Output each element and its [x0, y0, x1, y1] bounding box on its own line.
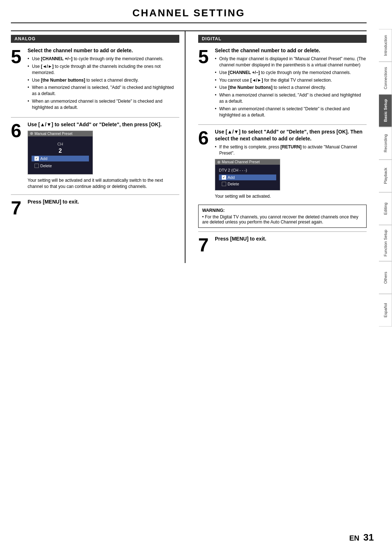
screen-icon	[30, 132, 33, 135]
digital-option-delete: Delete	[219, 181, 276, 187]
analog-step7: 7 Press [MENU] to exit.	[11, 198, 179, 217]
analog-bullet-4: When a memorized channel is selected, "A…	[28, 85, 179, 97]
tab-connections[interactable]: Connections	[379, 62, 392, 94]
analog-ch-label: CH	[57, 142, 63, 146]
analog-screen-title: Manual Channel Preset	[34, 132, 73, 136]
digital-option-add: ✓ Add	[219, 175, 276, 180]
tab-others[interactable]: Others	[379, 261, 392, 294]
digital-step7-number: 7	[198, 235, 212, 254]
en-label: EN	[349, 534, 359, 542]
digital-bullet-5: When a memorized channel is selected, "A…	[215, 92, 367, 104]
digital-step6-number: 6	[198, 128, 212, 147]
digital-screen-icon	[217, 161, 220, 164]
tab-basic-setup[interactable]: Basic Setup	[379, 94, 392, 127]
digital-bullet-3: You cannot use [◄/►] for the digital TV …	[215, 77, 367, 83]
analog-option-delete: Delete	[32, 163, 89, 169]
analog-step7-content: Press [MENU] to exit.	[28, 198, 179, 207]
analog-add-label: Add	[40, 156, 48, 161]
analog-step5-content: Select the channel number to add or dele…	[28, 47, 179, 112]
digital-bullet-2: Use [CHANNEL +/−] to cycle through only …	[215, 70, 367, 76]
analog-bullet-1: Use [CHANNEL +/−] to cycle through only …	[28, 56, 179, 62]
warning-title: WARNING:	[202, 208, 363, 213]
page-number: 31	[363, 532, 374, 543]
analog-step6-content: Use [▲/▼] to select "Add" or "Delete", t…	[28, 121, 179, 190]
digital-bullet-6: When an unmemorized channel is selected …	[215, 106, 367, 118]
tab-recording[interactable]: Recording	[379, 127, 392, 160]
page-container: Introduction Connections Basic Setup Rec…	[0, 0, 392, 554]
warning-box: WARNING: • For the Digital TV channels, …	[198, 205, 367, 228]
analog-step7-title: Press [MENU] to exit.	[28, 198, 179, 205]
digital-delete-checkbox	[222, 182, 226, 186]
digital-step6-subbullets: If the setting is complete, press [RETUR…	[215, 144, 367, 156]
digital-step5-content: Select the channel number to add or dele…	[215, 47, 367, 119]
digital-step7-title: Press [MENU] to exit.	[215, 235, 367, 242]
tab-function-setup[interactable]: Function Setup	[379, 225, 392, 261]
digital-step5-number: 5	[198, 47, 212, 66]
analog-column: ANALOG 5 Select the channel number to ad…	[11, 31, 185, 263]
warning-text: • For the Digital TV channels, you canno…	[202, 214, 363, 225]
analog-screen-mockup: Manual Channel Preset CH 2 ✓ Add	[28, 131, 93, 175]
digital-header: DIGITAL	[198, 35, 367, 43]
digital-screen-title: Manual Channel Preset	[222, 160, 260, 164]
digital-step6-title: Use [▲/▼] to select "Add" or "Delete", t…	[215, 128, 367, 141]
analog-bullet-5: When an unmemorized channel is selected …	[28, 98, 179, 111]
tab-editing[interactable]: Editing	[379, 192, 392, 225]
digital-divider-2	[198, 231, 367, 232]
tab-playback[interactable]: Playback	[379, 160, 392, 192]
analog-step6-number: 6	[11, 121, 25, 140]
side-tabs: Introduction Connections Basic Setup Rec…	[379, 29, 392, 327]
analog-step6-note: Your setting will be activated and it wi…	[28, 177, 179, 190]
digital-step6: 6 Use [▲/▼] to select "Add" or "Delete",…	[198, 128, 367, 200]
analog-delete-label: Delete	[40, 164, 52, 168]
analog-delete-checkbox	[34, 164, 39, 168]
digital-add-checkbox: ✓	[222, 175, 226, 180]
digital-screen-title-bar: Manual Channel Preset	[215, 159, 280, 165]
tab-introduction[interactable]: Introduction	[379, 29, 392, 62]
analog-step5: 5 Select the channel number to add or de…	[11, 47, 179, 112]
analog-divider-1	[11, 117, 179, 118]
two-columns-layout: ANALOG 5 Select the channel number to ad…	[11, 30, 367, 263]
analog-step5-bullets: Use [CHANNEL +/−] to cycle through only …	[28, 56, 179, 110]
analog-step7-number: 7	[11, 198, 25, 217]
analog-bullet-2: Use [◄/►] to cycle through all the chann…	[28, 63, 179, 76]
digital-screen-mockup: Manual Channel Preset DTV 2 (CH - - -) ✓…	[215, 159, 280, 190]
digital-column: DIGITAL 5 Select the channel number to a…	[193, 31, 367, 263]
analog-step5-title: Select the channel number to add or dele…	[28, 47, 179, 54]
digital-divider-1	[198, 124, 367, 125]
page-title: CHANNEL SETTING	[11, 7, 367, 23]
digital-step7-content: Press [MENU] to exit.	[215, 235, 367, 244]
digital-bullet-1: Only the major channel is displayed in "…	[215, 56, 367, 68]
digital-ch-label: DTV 2 (CH - - -)	[219, 168, 247, 172]
tab-espanol[interactable]: Español	[379, 294, 392, 327]
page-footer: EN 31	[349, 532, 374, 543]
analog-step5-number: 5	[11, 47, 25, 66]
digital-step6-bullet: If the setting is complete, press [RETUR…	[215, 144, 367, 156]
digital-delete-label: Delete	[228, 182, 239, 186]
analog-ch-value: 2	[59, 148, 62, 154]
digital-step6-content: Use [▲/▼] to select "Add" or "Delete", t…	[215, 128, 367, 200]
digital-add-label: Add	[228, 175, 235, 180]
analog-screen-body: CH 2 ✓ Add Delete	[28, 136, 93, 174]
digital-screen-body: DTV 2 (CH - - -) ✓ Add Delete	[215, 165, 280, 190]
analog-screen-title-bar: Manual Channel Preset	[28, 131, 93, 136]
analog-option-add: ✓ Add	[32, 156, 89, 161]
digital-bullet-4: Use [the Number buttons] to select a cha…	[215, 85, 367, 91]
main-content: CHANNEL SETTING ANALOG 5 Select the chan…	[0, 0, 377, 274]
digital-step6-note: Your setting will be activated.	[215, 193, 367, 200]
digital-step7: 7 Press [MENU] to exit.	[198, 235, 367, 254]
analog-step6-title: Use [▲/▼] to select "Add" or "Delete", t…	[28, 121, 179, 128]
analog-divider-2	[11, 194, 179, 195]
analog-step6: 6 Use [▲/▼] to select "Add" or "Delete",…	[11, 121, 179, 190]
analog-add-checkbox: ✓	[34, 156, 39, 161]
analog-header: ANALOG	[11, 35, 179, 43]
digital-step5-bullets: Only the major channel is displayed in "…	[215, 56, 367, 118]
digital-step5: 5 Select the channel number to add or de…	[198, 47, 367, 119]
digital-step5-title: Select the channel number to add or dele…	[215, 47, 367, 54]
analog-bullet-3: Use [the Number buttons] to select a cha…	[28, 77, 179, 83]
